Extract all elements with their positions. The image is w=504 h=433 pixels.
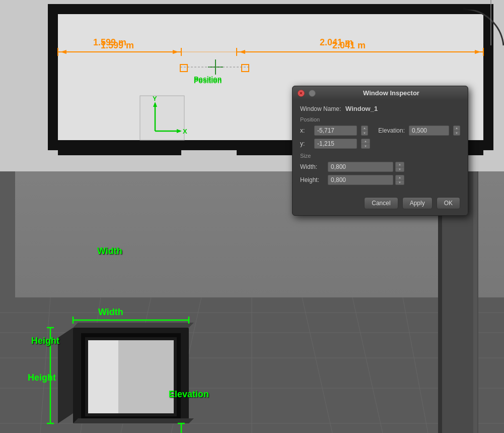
x-stepper-down[interactable]: ▼ [362, 131, 368, 136]
window-name-row: Window Name: Window_1 [300, 105, 460, 112]
dim-label-2: 2.041 m [320, 37, 353, 48]
x-input[interactable] [314, 126, 357, 136]
x-label: x: [300, 127, 310, 134]
svg-text:Width: Width [98, 307, 123, 317]
height-row: Height: ▲ ▼ [300, 175, 460, 185]
y-stepper-up[interactable]: ▲ [362, 139, 370, 144]
close-button[interactable]: ✕ [298, 90, 305, 97]
y-stepper[interactable]: ▲ ▼ [361, 139, 370, 149]
svg-text:Y: Y [153, 95, 157, 102]
elevation-input[interactable] [409, 126, 449, 136]
height-stepper-up[interactable]: ▲ [396, 175, 404, 180]
svg-rect-53 [473, 171, 477, 433]
apply-button[interactable]: Apply [402, 197, 433, 209]
svg-rect-54 [0, 171, 15, 297]
elevation-stepper[interactable]: ▲ ▼ [453, 126, 460, 136]
inspector-titlebar[interactable]: ✕ Window Inspector [293, 86, 468, 100]
svg-marker-55 [58, 328, 73, 423]
inspector-dialog: ✕ Window Inspector Window Name: Window_1… [292, 86, 468, 216]
svg-rect-60 [88, 340, 118, 413]
width-stepper-up[interactable]: ▲ [396, 162, 404, 167]
ok-button[interactable]: OK [437, 197, 460, 209]
width-input[interactable] [328, 162, 393, 172]
width-label-3d: Width [97, 246, 122, 257]
height-stepper[interactable]: ▲ ▼ [395, 175, 404, 185]
y-label: y: [300, 140, 310, 147]
svg-rect-61 [118, 340, 174, 413]
y-input[interactable] [314, 139, 357, 149]
x-stepper-up[interactable]: ▲ [362, 126, 368, 131]
height-label-inspector: Height: [300, 176, 328, 183]
svg-rect-21 [140, 96, 184, 140]
width-stepper-down[interactable]: ▼ [396, 167, 404, 172]
inspector-body: Window Name: Window_1 Position x: ▲ ▼ El… [293, 100, 468, 193]
width-row: Width: ▲ ▼ [300, 162, 460, 172]
dim-label-1: 1.599 m [93, 37, 126, 48]
svg-rect-4 [58, 145, 181, 155]
y-stepper-down[interactable]: ▼ [362, 144, 370, 149]
window-name-value: Window_1 [345, 105, 378, 112]
dialog-title: Window Inspector [320, 89, 463, 97]
cancel-button[interactable]: Cancel [364, 197, 398, 209]
dialog-buttons: Cancel Apply OK [293, 193, 468, 209]
position-label: Position [194, 77, 222, 85]
svg-marker-57 [73, 323, 194, 328]
width-stepper[interactable]: ▲ ▼ [395, 162, 404, 172]
x-stepper[interactable]: ▲ ▼ [361, 126, 368, 136]
elevation-label-inspector: Elevation: [372, 127, 405, 134]
height-stepper-down[interactable]: ▼ [396, 180, 404, 185]
svg-text:X: X [183, 128, 187, 135]
svg-text:Height: Height [28, 373, 56, 383]
elevation-label-3d: Elevation [169, 389, 209, 400]
height-label-3d: Height [31, 336, 59, 346]
height-input[interactable] [328, 175, 393, 185]
size-section-title: Size [300, 153, 460, 159]
elevation-stepper-down[interactable]: ▼ [454, 131, 460, 136]
svg-marker-62 [73, 418, 194, 423]
window-name-label: Window Name: [300, 105, 345, 112]
position-section-title: Position [300, 116, 460, 122]
svg-rect-3 [181, 150, 237, 161]
minimize-button[interactable] [309, 90, 316, 97]
elevation-stepper-up[interactable]: ▲ [454, 126, 460, 131]
width-label-inspector: Width: [300, 163, 328, 170]
